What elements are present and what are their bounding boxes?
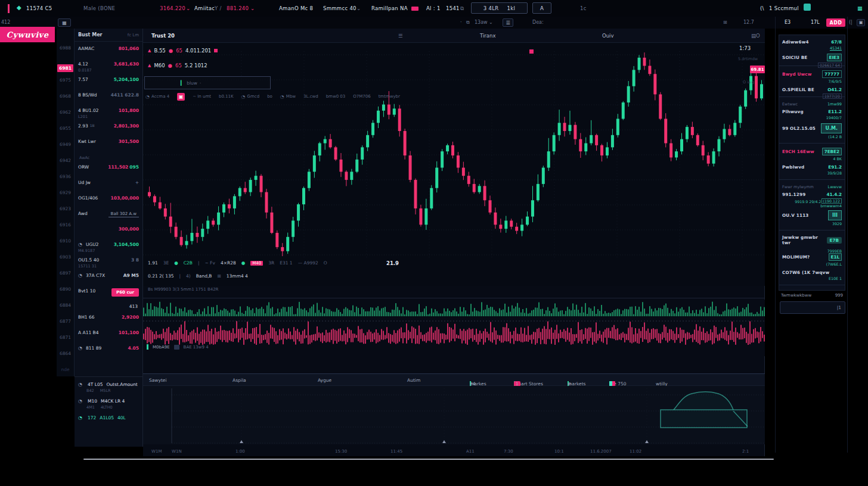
ladder-price[interactable]: 6975 — [57, 76, 74, 92]
sidebar-input[interactable]: |1 — [780, 301, 845, 314]
sidebar-row[interactable]: 99 OL2.15.05U.M.(14.2 B — [782, 122, 842, 141]
watchlist-row[interactable]: 4 BU1.02L201101,800 — [78, 105, 139, 121]
ladder-price[interactable]: 6936 — [57, 173, 74, 189]
ladder-price[interactable]: 6942 — [57, 157, 74, 173]
doc-icon[interactable]: ⧉ — [466, 20, 470, 26]
watchlist-row[interactable]: ◔UGU2M4.91873,104,500 — [78, 239, 139, 255]
sidebar-row[interactable]: E9CH 16Eww7EBE24 BK — [782, 146, 842, 163]
ladder-price[interactable]: 6871 — [57, 334, 74, 350]
status-icon[interactable] — [804, 4, 811, 11]
ladder-price[interactable]: 6864 — [57, 350, 74, 366]
ladder-price[interactable]: 6903 — [57, 253, 74, 269]
sidebar-row[interactable]: CO7W6 (1K 7wqvwE10E 1 — [782, 268, 842, 282]
sidebar-row[interactable]: O.SPIELIL BEO41.21977/20 — [782, 85, 842, 94]
price-ladder[interactable]: 6988698169756968696269556949694269366929… — [57, 29, 75, 376]
watchlist-row[interactable]: 4.120.01873,681,630 — [78, 59, 139, 74]
chart-legend-row-2[interactable]: ▲ M60 ● 65 5.2 1012 — [148, 63, 207, 68]
pink-tool-icon[interactable]: ▣ — [177, 93, 185, 101]
sidebar-row[interactable]: Jwwkw gmwbr twrE7B — [782, 233, 842, 247]
sidebar-row[interactable]: PwblwvdE91.239/9/28 — [782, 163, 842, 177]
user-menu[interactable]: (\ — [760, 5, 764, 11]
sidebar-row[interactable]: 991.129941.4.2(190.122 — [782, 190, 842, 199]
account-row[interactable]: ◔4T L05Outst.AmountB42M5LR — [78, 382, 139, 393]
watchlist-row[interactable]: OU1.5 4015711 313 8 — [78, 255, 139, 270]
chart-tab[interactable]: Ouiv — [602, 33, 613, 39]
sidebar-tab-b[interactable]: 17L — [811, 20, 820, 25]
sidebar-row[interactable]: OU.V 1113III3929 — [782, 208, 842, 228]
sidebar-row[interactable]: Bwyd Uwcw777777/6/9/5 — [782, 68, 842, 85]
volume-indicator[interactable] — [143, 300, 765, 356]
add-button[interactable]: ADD — [826, 18, 845, 27]
ladder-price[interactable]: 6981 — [57, 64, 73, 72]
price-b[interactable]: 881.240 — [227, 5, 249, 11]
ladder-price[interactable]: 6923 — [57, 205, 74, 221]
toolbar-chip[interactable]: ◔Accma 4 — [145, 94, 169, 99]
external-icon[interactable]: ⧉ — [460, 5, 464, 12]
order-button[interactable]: 3 4LR 1kl — [471, 2, 528, 14]
ladder-price[interactable]: 6916 — [57, 221, 74, 237]
watchlist-row[interactable]: BH1 662,9200 — [78, 312, 139, 328]
letter-a-button[interactable]: A — [532, 2, 551, 14]
watchlist-row[interactable]: ◔811 894.05 — [78, 343, 139, 359]
sidebar-row[interactable]: MO2 brwvwm49E1 — [782, 288, 842, 291]
toolbar-chip[interactable]: tmtmwybr — [379, 94, 400, 99]
ladder-price[interactable]: 6890 — [57, 285, 74, 301]
sidebar-tab-a[interactable]: E3 — [785, 20, 790, 25]
ladder-price[interactable]: 6949 — [57, 141, 74, 157]
sidebar-row[interactable]: Adiww6w467/845341 — [782, 38, 842, 52]
burger-icon[interactable]: ☰ — [398, 33, 403, 39]
sidebar-row[interactable]: SOICIU BEEIE3026617 64 — [782, 52, 842, 63]
ladder-price[interactable]: 6897 — [57, 269, 74, 285]
layout-icon[interactable]: ⊞ — [723, 20, 727, 25]
ladder-price[interactable]: 6910 — [57, 237, 74, 253]
ladder-price[interactable]: 6968 — [57, 92, 74, 108]
timeframe-box[interactable]: ▎ bluw · — [144, 76, 271, 89]
toolbar-chip[interactable]: bmw0 03 — [326, 94, 346, 99]
toolbar-chip[interactable]: 3L.cwd — [303, 94, 318, 99]
toolbar-chip[interactable]: O7M706 — [353, 94, 370, 99]
grid-icon[interactable]: ▦ — [857, 5, 863, 11]
panel-icon[interactable]: ▤O — [751, 33, 760, 39]
sidebar-row[interactable]: 7999EBMOLIMUM?E1L(7W6E.L — [782, 247, 842, 268]
watchlist-row[interactable]: 300,000 — [78, 224, 139, 239]
camera-icon[interactable]: ▣ — [857, 19, 865, 26]
ladder-price[interactable]: 6929 — [57, 189, 74, 205]
ladder-price[interactable]: 6955 — [57, 124, 74, 141]
grid-view-icon[interactable]: ▦ — [58, 18, 71, 27]
window-resize-handle[interactable] — [83, 459, 774, 460]
watchlist-row[interactable]: Ud Jw+ — [78, 177, 139, 193]
account-row[interactable]: ◔172A1L0540L — [78, 415, 139, 420]
watchlist-row[interactable]: 7.575,204,100 — [78, 74, 139, 90]
watchlist-input[interactable]: Ball 302 A.w — [108, 211, 139, 217]
watchlist-row[interactable]: A A11 B4101,100 — [78, 328, 139, 343]
chart-tab[interactable]: Trust 20 — [151, 33, 175, 39]
watchlist-header-icons[interactable]: fc Lm — [128, 33, 139, 38]
watchlist-row[interactable]: Kwt Lwr301,500 — [78, 136, 139, 152]
watchlist-row[interactable]: ◔37A C7XA9 M5 — [78, 270, 139, 286]
watchlist-row[interactable]: ORW111,502095 — [78, 162, 139, 177]
watchlist-row[interactable]: OG1/406103,00,000 — [78, 193, 139, 208]
brand-logo[interactable]: Cywuvive — [0, 27, 55, 42]
buy-button[interactable]: P60 cur — [111, 288, 139, 297]
topbar-item-c[interactable]: AmanO Mc 8 — [279, 5, 313, 11]
user-label[interactable]: 1 Sccmmul — [769, 5, 799, 11]
ladder-price[interactable]: 6884 — [57, 301, 74, 317]
sidebar-row[interactable]: PlhwuvgE11.219400/7 — [782, 107, 842, 122]
toolbar-chip[interactable]: ~ In umt — [193, 94, 211, 99]
toolbar-chip[interactable]: ◔Mbw — [280, 94, 296, 99]
chart-tab[interactable]: Tiranx — [480, 33, 495, 39]
watchlist-row[interactable]: AAMAC801,060 — [78, 43, 139, 59]
price-a[interactable]: 3164.220 — [160, 5, 185, 11]
account-row[interactable]: ◔M10M4CK LR 44M14LTH0 — [78, 398, 139, 410]
positions-panel[interactable] — [143, 386, 765, 444]
ladder-price[interactable]: 6962 — [57, 108, 74, 124]
topbar-item-e[interactable]: Ramillpan NA — [371, 5, 408, 11]
toolbar-chip[interactable]: ◔Gmcd — [241, 94, 260, 99]
chart-legend-row-1[interactable]: ▲ B.55 ● 65 4.011.201 — [148, 48, 218, 54]
ladder-price[interactable]: 6988 — [57, 44, 74, 60]
toolbar-chip[interactable]: bo — [267, 94, 272, 99]
menu-icon[interactable]: ☰ — [503, 18, 513, 27]
right-icons[interactable]: O ia g — [743, 80, 754, 85]
watchlist-row[interactable]: 8 BS/Wd4411 622.8 — [78, 90, 139, 105]
watchlist-row[interactable]: 2.931B2,801,300 — [78, 121, 139, 136]
